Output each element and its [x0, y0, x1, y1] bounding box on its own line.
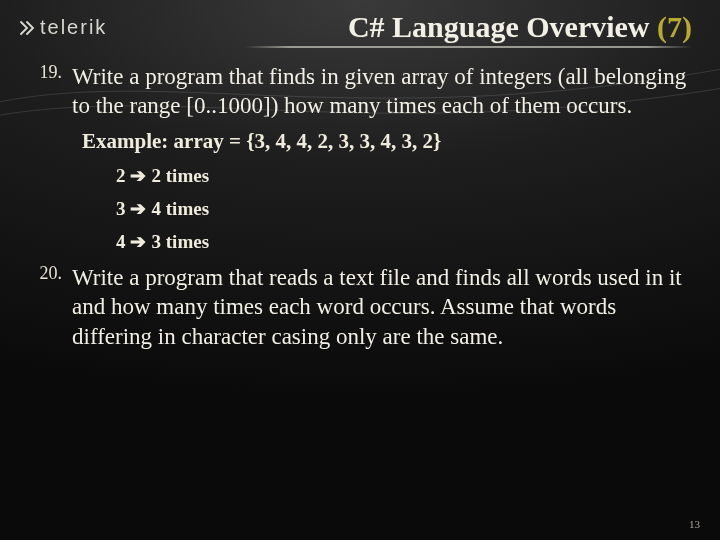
- arrow-icon: ➔: [130, 231, 151, 252]
- example-result-line: 2 ➔ 2 times: [116, 164, 692, 187]
- telerik-logo: telerik: [18, 10, 107, 39]
- page-number: 13: [689, 518, 700, 530]
- result-left: 3: [116, 198, 126, 219]
- item-number: 19.: [30, 62, 72, 121]
- list-item: 20. Write a program that reads a text fi…: [30, 263, 692, 351]
- example-label: Example: array = {3, 4, 4, 2, 3, 3, 4, 3…: [82, 129, 692, 154]
- result-left: 4: [116, 231, 126, 252]
- result-right: 2 times: [152, 165, 210, 186]
- arrow-icon: ➔: [130, 198, 151, 219]
- slide-title: C# Language Overview (7): [107, 10, 692, 44]
- telerik-logo-icon: [18, 19, 36, 37]
- slide-content: 19. Write a program that finds in given …: [0, 48, 720, 351]
- example-result-line: 3 ➔ 4 times: [116, 197, 692, 220]
- slide-header: telerik C# Language Overview (7): [0, 0, 720, 48]
- item-text: Write a program that reads a text file a…: [72, 263, 692, 351]
- list-item: 19. Write a program that finds in given …: [30, 62, 692, 121]
- item-text: Write a program that finds in given arra…: [72, 62, 692, 121]
- arrow-icon: ➔: [130, 165, 151, 186]
- title-accent: (7): [657, 10, 692, 43]
- title-main: C# Language Overview: [348, 10, 657, 43]
- result-right: 3 times: [152, 231, 210, 252]
- telerik-logo-text: telerik: [40, 16, 107, 39]
- item-number: 20.: [30, 263, 72, 351]
- example-result-line: 4 ➔ 3 times: [116, 230, 692, 253]
- result-right: 4 times: [152, 198, 210, 219]
- result-left: 2: [116, 165, 126, 186]
